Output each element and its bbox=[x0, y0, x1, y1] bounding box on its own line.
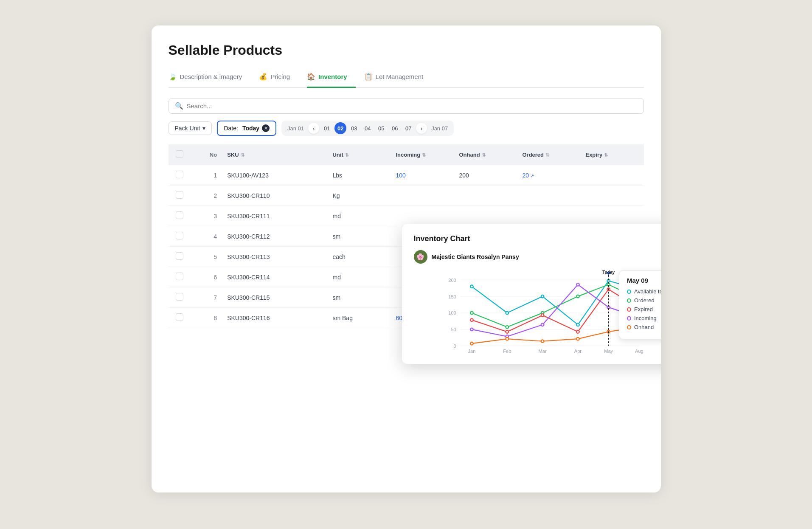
svg-text:Today: Today bbox=[602, 270, 615, 275]
sku-sort-icon: ⇅ bbox=[241, 152, 244, 158]
date-pill-05[interactable]: 05 bbox=[375, 122, 387, 134]
date-start-label: Jan 01 bbox=[285, 125, 306, 132]
row-checkbox-cell[interactable] bbox=[169, 206, 191, 226]
svg-point-42 bbox=[541, 340, 544, 343]
row-no: 4 bbox=[191, 226, 222, 247]
row-expiry bbox=[580, 165, 643, 186]
date-clear-button[interactable]: ✕ bbox=[262, 124, 270, 132]
row-checkbox[interactable] bbox=[176, 171, 183, 178]
svg-point-28 bbox=[470, 318, 473, 321]
ordered-sort-icon: ⇅ bbox=[545, 152, 549, 158]
date-filter[interactable]: Date: Today ✕ bbox=[217, 121, 276, 136]
row-checkbox-cell[interactable] bbox=[169, 247, 191, 267]
ordered-link[interactable]: 20↗ bbox=[522, 172, 534, 179]
date-nav: Jan 01 ‹ 01 02 03 04 05 06 07 › Jan 07 bbox=[281, 121, 454, 136]
date-pill-06[interactable]: 06 bbox=[389, 122, 401, 134]
inventory-icon: 🏠 bbox=[307, 73, 315, 81]
description-icon: 🍃 bbox=[169, 73, 177, 81]
select-all-checkbox[interactable] bbox=[176, 150, 183, 158]
col-unit[interactable]: Unit⇅ bbox=[327, 144, 391, 165]
tab-lot-management[interactable]: 📋 Lot Management bbox=[364, 68, 432, 88]
incoming-dot bbox=[627, 316, 631, 321]
table-row: 1 SKU100-AV123 Lbs 100 200 20↗ bbox=[169, 165, 644, 186]
row-no: 2 bbox=[191, 186, 222, 206]
product-name: Majestic Giants Rosalyn Pansy bbox=[432, 253, 519, 260]
row-incoming[interactable]: 100 bbox=[391, 165, 454, 186]
svg-text:200: 200 bbox=[448, 278, 456, 283]
select-all-header[interactable] bbox=[169, 144, 191, 165]
available-dot bbox=[627, 290, 631, 294]
col-expiry[interactable]: Expiry⇅ bbox=[580, 144, 643, 165]
svg-text:100: 100 bbox=[448, 310, 456, 315]
row-checkbox-cell[interactable] bbox=[169, 165, 191, 186]
row-checkbox-cell[interactable] bbox=[169, 186, 191, 206]
row-checkbox[interactable] bbox=[176, 211, 183, 219]
unit-sort-icon: ⇅ bbox=[345, 152, 349, 158]
date-pill-03[interactable]: 03 bbox=[348, 122, 360, 134]
row-checkbox[interactable] bbox=[176, 293, 183, 301]
row-checkbox[interactable] bbox=[176, 313, 183, 321]
tab-description[interactable]: 🍃 Description & imagery bbox=[169, 68, 251, 88]
row-expiry bbox=[580, 206, 643, 226]
row-checkbox[interactable] bbox=[176, 252, 183, 260]
row-checkbox-cell[interactable] bbox=[169, 226, 191, 247]
row-checkbox[interactable] bbox=[176, 232, 183, 239]
pack-unit-filter[interactable]: Pack Unit ▾ bbox=[169, 121, 212, 135]
row-sku: SKU300-CR113 bbox=[222, 247, 327, 267]
date-prev-button[interactable]: ‹ bbox=[308, 123, 319, 134]
row-onhand: 200 bbox=[454, 165, 517, 186]
row-sku: SKU100-AV123 bbox=[222, 165, 327, 186]
date-pill-04[interactable]: 04 bbox=[362, 122, 374, 134]
row-expiry bbox=[580, 186, 643, 206]
date-pill-01[interactable]: 01 bbox=[321, 122, 333, 134]
date-next-button[interactable]: › bbox=[416, 123, 427, 134]
svg-point-25 bbox=[576, 295, 579, 298]
col-incoming[interactable]: Incoming⇅ bbox=[391, 144, 454, 165]
date-pill-02[interactable]: 02 bbox=[334, 122, 346, 134]
tooltip-row-0: Available to Sell 188 fl bbox=[627, 288, 661, 295]
svg-point-29 bbox=[506, 330, 509, 333]
tooltip-row-3: Incoming 77 fl bbox=[627, 315, 661, 321]
table-row: 2 SKU300-CR110 Kg bbox=[169, 186, 644, 206]
row-no: 7 bbox=[191, 287, 222, 308]
svg-point-37 bbox=[576, 283, 579, 286]
svg-point-19 bbox=[576, 323, 579, 326]
col-ordered[interactable]: Ordered⇅ bbox=[517, 144, 580, 165]
row-sku: SKU300-CR115 bbox=[222, 287, 327, 308]
row-checkbox-cell[interactable] bbox=[169, 287, 191, 308]
onhand-dot bbox=[627, 325, 631, 329]
row-sku: SKU300-CR114 bbox=[222, 267, 327, 287]
pricing-icon: 💰 bbox=[259, 73, 267, 81]
col-sku[interactable]: SKU⇅ bbox=[222, 144, 327, 165]
tabs-bar: 🍃 Description & imagery 💰 Pricing 🏠 Inve… bbox=[169, 68, 644, 88]
row-checkbox-cell[interactable] bbox=[169, 308, 191, 328]
col-onhand[interactable]: Onhand⇅ bbox=[454, 144, 517, 165]
row-no: 8 bbox=[191, 308, 222, 328]
tooltip-label-incoming: Incoming bbox=[627, 315, 657, 321]
date-pill-07[interactable]: 07 bbox=[402, 122, 414, 134]
svg-text:Aug: Aug bbox=[635, 349, 643, 354]
row-checkbox[interactable] bbox=[176, 273, 183, 280]
row-checkbox[interactable] bbox=[176, 191, 183, 199]
row-unit: sm bbox=[327, 287, 391, 308]
expiry-sort-icon: ⇅ bbox=[604, 152, 608, 158]
incoming-link[interactable]: 100 bbox=[396, 172, 405, 179]
lot-management-icon: 📋 bbox=[364, 73, 373, 81]
svg-text:Mar: Mar bbox=[538, 349, 546, 354]
tab-pricing[interactable]: 💰 Pricing bbox=[259, 68, 298, 88]
row-ordered[interactable]: 20↗ bbox=[517, 165, 580, 186]
row-sku: SKU300-CR112 bbox=[222, 226, 327, 247]
tab-inventory[interactable]: 🏠 Inventory bbox=[307, 68, 356, 88]
search-icon: 🔍 bbox=[175, 102, 183, 110]
tooltip-label-available: Available to Sell bbox=[627, 288, 661, 295]
row-sku: SKU300-CR110 bbox=[222, 186, 327, 206]
incoming-link[interactable]: 60 bbox=[396, 315, 402, 321]
incoming-sort-icon: ⇅ bbox=[422, 152, 426, 158]
chart-product-row: 🌸 Majestic Giants Rosalyn Pansy bbox=[414, 250, 661, 264]
svg-point-16 bbox=[470, 285, 473, 288]
tooltip-row-1: Ordered 147 fl bbox=[627, 297, 661, 304]
tooltip-date: May 09 bbox=[627, 277, 661, 284]
search-input[interactable] bbox=[187, 102, 638, 110]
row-no: 5 bbox=[191, 247, 222, 267]
row-checkbox-cell[interactable] bbox=[169, 267, 191, 287]
